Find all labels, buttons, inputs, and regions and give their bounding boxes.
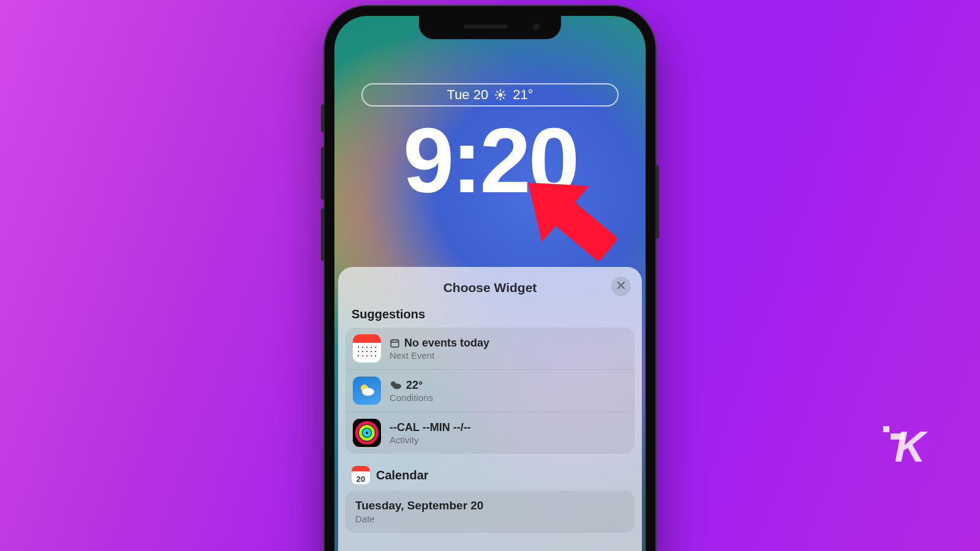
weather-app-icon — [353, 377, 381, 405]
calendar-app-icon — [353, 334, 381, 362]
suggestion-weather-conditions[interactable]: 22° Conditions — [345, 370, 635, 412]
close-icon — [617, 281, 625, 292]
choose-widget-sheet: Choose Widget Suggestions — [338, 267, 642, 551]
lockscreen-date-label: Tue 20 — [447, 87, 489, 103]
calendar-date-title: Tuesday, September 20 — [355, 499, 625, 512]
suggestion-calendar-next-event[interactable]: No events today Next Event — [345, 328, 635, 370]
svg-line-8 — [503, 91, 504, 92]
calendar-date-subtitle: Date — [355, 514, 625, 524]
partly-cloudy-icon — [390, 380, 402, 390]
calendar-date-widget[interactable]: Tuesday, September 20 Date — [345, 490, 635, 533]
phone-mute-switch — [321, 104, 325, 132]
activity-app-icon — [353, 419, 381, 447]
sun-icon — [494, 89, 507, 101]
phone-screen: Tue 20 21° 9:20 Choose Widget — [334, 16, 646, 551]
suggestion-title: --CAL --MIN --/-- — [390, 421, 471, 434]
lockscreen-temp-label: 21° — [513, 87, 533, 103]
suggestion-subtitle: Conditions — [390, 392, 433, 403]
svg-point-18 — [393, 384, 401, 389]
phone-power-button — [655, 165, 659, 239]
phone-volume-down — [321, 208, 325, 261]
suggestions-card: No events today Next Event — [345, 328, 635, 454]
calendar-section-header[interactable]: 20 Calendar — [345, 454, 635, 490]
suggestion-title: 22° — [406, 379, 423, 392]
phone-volume-up — [321, 147, 325, 200]
phone-notch — [419, 16, 561, 39]
svg-line-7 — [497, 97, 498, 99]
phone-frame: Tue 20 21° 9:20 Choose Widget — [325, 6, 655, 551]
watermark-logo: K — [894, 422, 924, 471]
svg-rect-11 — [391, 340, 399, 347]
sheet-title: Choose Widget — [443, 280, 537, 295]
svg-point-16 — [362, 388, 374, 396]
calendar-glyph-icon — [390, 338, 400, 348]
calendar-card: Tuesday, September 20 Date — [345, 490, 635, 533]
callout-arrow-icon — [500, 157, 641, 282]
suggestion-title: No events today — [404, 337, 489, 350]
lockscreen-date-widget-slot[interactable]: Tue 20 21° — [361, 83, 619, 107]
suggestion-activity[interactable]: --CAL --MIN --/-- Activity — [345, 412, 635, 454]
calendar-section-title: Calendar — [376, 468, 429, 482]
suggestion-subtitle: Next Event — [390, 350, 489, 361]
svg-line-6 — [503, 97, 504, 99]
svg-point-0 — [499, 93, 503, 97]
suggestion-subtitle: Activity — [390, 435, 471, 445]
calendar-small-icon: 20 — [352, 466, 370, 484]
suggestions-header: Suggestions — [345, 299, 635, 328]
svg-line-5 — [497, 91, 498, 92]
